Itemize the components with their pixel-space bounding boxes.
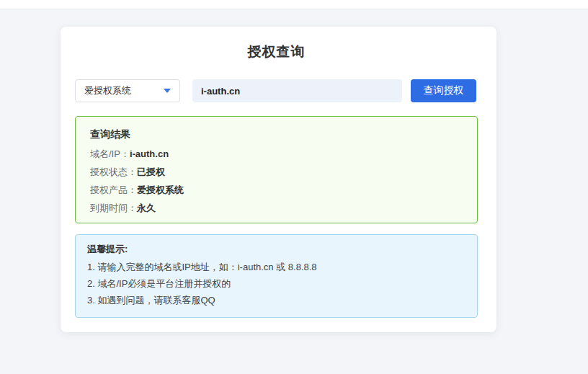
tips-panel: 温馨提示: 1. 请输入完整的域名或IP地址，如：i-auth.cn 或 8.8… <box>75 234 478 318</box>
domain-input[interactable] <box>192 79 402 102</box>
result-row-value: 永久 <box>137 202 156 213</box>
tip-item: 2. 域名/IP必须是平台注册并授权的 <box>87 275 466 292</box>
result-row-label: 授权产品： <box>90 184 137 195</box>
result-panel: 查询结果 域名/IP：i-auth.cn 授权状态：已授权 授权产品：爱授权系统… <box>75 116 478 223</box>
result-row-value: 爱授权系统 <box>137 184 184 195</box>
result-panel-title: 查询结果 <box>90 128 463 141</box>
result-row-domain: 域名/IP：i-auth.cn <box>90 145 463 163</box>
tip-item: 3. 如遇到问题，请联系客服QQ <box>87 292 466 308</box>
tip-item: 1. 请输入完整的域名或IP地址，如：i-auth.cn 或 8.8.8.8 <box>87 259 466 275</box>
tips-panel-title: 温馨提示: <box>87 243 466 256</box>
product-select-value: 爱授权系统 <box>84 84 131 97</box>
chevron-down-icon <box>164 89 171 93</box>
query-form: 爱授权系统 查询授权 <box>75 79 478 102</box>
result-row-value: i-auth.cn <box>130 148 169 159</box>
result-row-status: 授权状态：已授权 <box>90 163 463 181</box>
query-auth-button[interactable]: 查询授权 <box>411 79 476 102</box>
result-row-expiry: 到期时间：永久 <box>90 199 463 217</box>
page-title: 授权查询 <box>75 43 478 61</box>
result-row-label: 域名/IP： <box>90 148 130 159</box>
result-row-product: 授权产品：爱授权系统 <box>90 181 463 199</box>
result-row-label: 授权状态： <box>90 166 137 177</box>
result-row-label: 到期时间： <box>90 202 137 213</box>
top-divider <box>0 0 588 9</box>
result-row-value: 已授权 <box>137 166 165 177</box>
auth-query-card: 授权查询 爱授权系统 查询授权 查询结果 域名/IP：i-auth.cn 授权状… <box>61 27 496 332</box>
product-select[interactable]: 爱授权系统 <box>75 79 180 102</box>
